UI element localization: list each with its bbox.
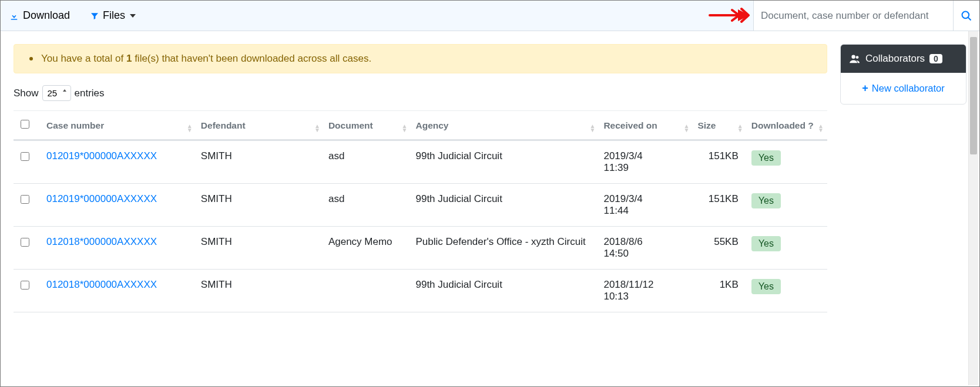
svg-line-1 — [968, 17, 971, 20]
chevron-down-icon — [130, 14, 136, 18]
alert-prefix: You have a total of — [41, 53, 126, 64]
cell-received: 2018/11/1210:13 — [599, 270, 693, 312]
row-checkbox[interactable] — [21, 281, 29, 290]
alert-count: 1 — [126, 53, 132, 64]
cell-defendant: SMITH — [196, 227, 324, 270]
downloaded-badge: Yes — [751, 236, 781, 251]
svg-point-3 — [856, 56, 859, 59]
plus-icon: + — [862, 82, 868, 95]
users-icon — [849, 54, 861, 63]
files-label: Files — [103, 9, 125, 22]
documents-table: Case number Defendant Document Agency Re… — [14, 110, 827, 312]
filter-icon — [90, 11, 99, 21]
col-size[interactable]: Size — [693, 111, 746, 140]
downloaded-badge: Yes — [751, 279, 781, 294]
new-collaborator-label: New collaborator — [872, 83, 945, 94]
svg-point-0 — [962, 11, 969, 18]
arrow-annotation-icon — [709, 6, 751, 24]
show-label: Show — [14, 88, 39, 99]
cell-defendant: SMITH — [196, 184, 324, 227]
col-agency[interactable]: Agency — [411, 111, 599, 140]
vertical-scrollbar[interactable] — [968, 31, 978, 385]
entries-select[interactable]: 25 — [42, 85, 71, 101]
table-row: 012018*000000AXXXXXSMITH99th Judicial Ci… — [14, 270, 827, 312]
svg-point-2 — [851, 55, 855, 59]
row-checkbox[interactable] — [21, 238, 29, 247]
search-icon — [961, 10, 972, 22]
select-all-checkbox[interactable] — [21, 120, 29, 129]
top-toolbar: Download Files — [1, 1, 979, 31]
cell-agency: Public Defender's Office - xyzth Circuit — [411, 227, 599, 270]
collaborators-count: 0 — [929, 54, 942, 63]
case-number-link[interactable]: 012018*000000AXXXXX — [46, 236, 157, 247]
downloaded-badge: Yes — [751, 150, 781, 166]
alert-suffix: file(s) that haven't been downloaded acr… — [132, 53, 371, 64]
col-case-number[interactable]: Case number — [42, 111, 196, 140]
download-label: Download — [23, 9, 70, 22]
files-dropdown[interactable]: Files — [88, 6, 138, 25]
download-button[interactable]: Download — [6, 6, 72, 25]
cell-received: 2019/3/411:44 — [599, 184, 693, 227]
table-row: 012019*000000AXXXXXSMITHasd99th Judicial… — [14, 140, 827, 184]
download-icon — [9, 11, 19, 21]
col-downloaded[interactable]: Downloaded ? — [747, 111, 827, 140]
collaborators-header[interactable]: Collaborators 0 — [841, 45, 966, 73]
collaborators-card: Collaborators 0 + New collaborator — [840, 44, 966, 105]
cell-document: asd — [324, 184, 411, 227]
case-number-link[interactable]: 012018*000000AXXXXX — [46, 279, 157, 290]
col-defendant[interactable]: Defendant — [196, 111, 324, 140]
cell-agency: 99th Judicial Circuit — [411, 270, 599, 312]
cell-size: 151KB — [693, 184, 746, 227]
cell-size: 1KB — [693, 270, 746, 312]
cell-agency: 99th Judicial Circuit — [411, 140, 599, 184]
col-received[interactable]: Received on — [599, 111, 693, 140]
new-collaborator-button[interactable]: + New collaborator — [848, 82, 959, 95]
cell-defendant: SMITH — [196, 270, 324, 312]
case-number-link[interactable]: 012019*000000AXXXXX — [46, 150, 157, 161]
cell-size: 151KB — [693, 140, 746, 184]
scrollbar-thumb[interactable] — [970, 37, 977, 154]
case-number-link[interactable]: 012019*000000AXXXXX — [46, 193, 157, 204]
entries-control: Show 25 entries — [14, 85, 827, 101]
cell-received: 2019/3/411:39 — [599, 140, 693, 184]
search-button[interactable] — [953, 1, 979, 31]
cell-received: 2018/8/614:50 — [599, 227, 693, 270]
cell-agency: 99th Judicial Circuit — [411, 184, 599, 227]
entries-label: entries — [75, 88, 105, 99]
cell-document: asd — [324, 140, 411, 184]
cell-document — [324, 270, 411, 312]
downloaded-badge: Yes — [751, 193, 781, 208]
col-document[interactable]: Document — [324, 111, 411, 140]
cell-size: 55KB — [693, 227, 746, 270]
undownloaded-alert: You have a total of 1 file(s) that haven… — [14, 44, 827, 73]
row-checkbox[interactable] — [21, 152, 29, 161]
search-input[interactable] — [753, 1, 953, 31]
cell-defendant: SMITH — [196, 140, 324, 184]
cell-document: Agency Memo — [324, 227, 411, 270]
row-checkbox[interactable] — [21, 195, 29, 204]
table-row: 012018*000000AXXXXXSMITHAgency MemoPubli… — [14, 227, 827, 270]
bullet-icon — [29, 57, 33, 60]
table-row: 012019*000000AXXXXXSMITHasd99th Judicial… — [14, 184, 827, 227]
collaborators-label: Collaborators — [865, 53, 925, 65]
